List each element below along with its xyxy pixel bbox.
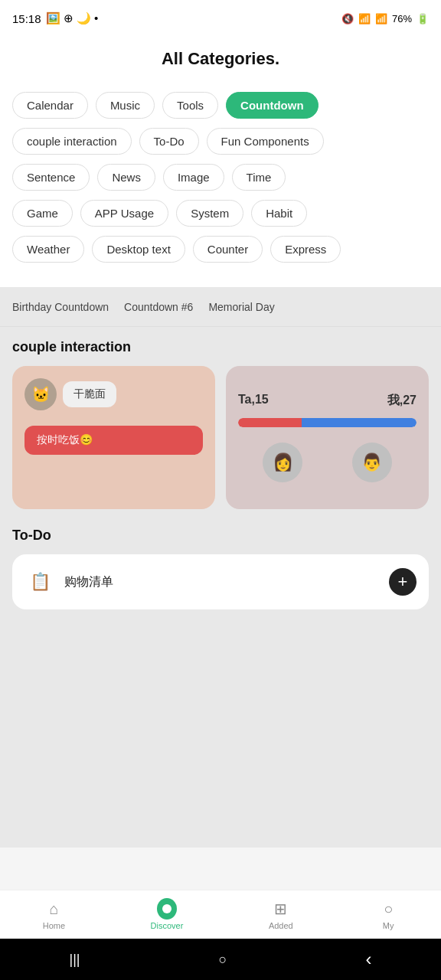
chips-row-4: Game APP Usage System Habit: [12, 200, 429, 227]
chip-news[interactable]: News: [97, 164, 155, 191]
avatar-cat: 🐱: [24, 378, 57, 410]
chip-tools[interactable]: Tools: [162, 92, 218, 119]
ta-message-card[interactable]: 🐱 干脆面 按时吃饭😊 TA message: [12, 366, 215, 509]
chip-app-usage[interactable]: APP Usage: [80, 200, 168, 227]
home-icon: ⌂: [44, 899, 64, 919]
nav-added-label: Added: [269, 921, 293, 930]
subtab-memorial-day[interactable]: Memorial Day: [208, 298, 274, 316]
chat-bubble-text1: 干脆面: [63, 381, 116, 407]
nav-home-label: Home: [43, 921, 65, 930]
todo-section: To-Do 📋 购物清单 +: [12, 528, 429, 609]
pk-score1: Ta,15: [238, 393, 269, 409]
chip-image[interactable]: Image: [163, 164, 224, 191]
pk-avatars: 👩 👨: [238, 443, 416, 482]
chip-time[interactable]: Time: [232, 164, 286, 191]
todo-section-title: To-Do: [12, 528, 429, 544]
chip-express[interactable]: Express: [270, 236, 341, 263]
chip-fun-components[interactable]: Fun Components: [207, 128, 324, 155]
content-area: couple interaction 🐱 干脆面 按时吃饭😊 TA messag…: [0, 327, 441, 848]
chip-sentence[interactable]: Sentence: [12, 164, 90, 191]
header: All Categories.: [0, 37, 441, 84]
chip-counter[interactable]: Counter: [193, 236, 263, 263]
chat-row-2: 按时吃饭😊: [24, 426, 203, 455]
categories-section: Calendar Music Tools Countdown couple in…: [0, 84, 441, 287]
bottom-nav: ⌂ Home Discover ⊞ Added ○ My: [0, 890, 441, 939]
nav-discover[interactable]: Discover: [151, 899, 184, 930]
todo-card[interactable]: 📋 购物清单 +: [12, 554, 429, 609]
my-icon: ○: [378, 899, 398, 919]
status-left: 15:18 🖼️ ⊕ 🌙 •: [12, 11, 98, 25]
chip-habit[interactable]: Habit: [251, 200, 307, 227]
chat-row-1: 🐱 干脆面: [24, 378, 203, 410]
discover-icon: [157, 899, 177, 919]
signal-icon: 📶: [375, 13, 387, 24]
sub-tabs: Birthday Countdown Countdown #6 Memorial…: [0, 287, 441, 327]
android-nav: ||| ○ ‹: [0, 939, 441, 980]
todo-card-left: 📋 购物清单: [24, 567, 113, 597]
couple-cards-row: 🐱 干脆面 按时吃饭😊 TA message Ta,15 我,27: [12, 366, 429, 509]
chip-game[interactable]: Game: [12, 200, 73, 227]
battery-text: 76%: [392, 13, 412, 24]
chip-countdown[interactable]: Countdown: [226, 92, 318, 119]
android-recents-btn[interactable]: |||: [70, 952, 80, 968]
chips-row-3: Sentence News Image Time: [12, 164, 429, 191]
pk-score2: 我,27: [387, 393, 416, 409]
love-pk-preview: Ta,15 我,27 👩 👨: [226, 366, 429, 509]
couple-section-title: couple interaction: [12, 339, 429, 355]
mute-icon: 🔇: [341, 13, 354, 24]
love-pk-card[interactable]: Ta,15 我,27 👩 👨 Love PK: [226, 366, 429, 509]
chip-system[interactable]: System: [176, 200, 243, 227]
pk-avatar-male: 👨: [352, 443, 392, 482]
time: 15:18: [12, 12, 41, 25]
notification-icons: 🖼️ ⊕ 🌙 •: [46, 11, 99, 25]
nav-my[interactable]: ○ My: [378, 899, 398, 930]
android-home-btn[interactable]: ○: [219, 952, 227, 968]
pk-bar: [238, 418, 416, 427]
battery-icon: 🔋: [416, 13, 429, 24]
todo-text: 购物清单: [64, 574, 113, 590]
chips-row-5: Weather Desktop text Counter Express: [12, 236, 429, 263]
todo-icon: 📋: [24, 567, 55, 597]
chips-row-1: Calendar Music Tools Countdown: [12, 92, 429, 119]
nav-discover-label: Discover: [151, 921, 184, 930]
chips-row-2: couple interaction To-Do Fun Components: [12, 128, 429, 155]
nav-home[interactable]: ⌂ Home: [43, 899, 65, 930]
added-icon: ⊞: [271, 899, 291, 919]
chip-couple-interaction[interactable]: couple interaction: [12, 128, 132, 155]
pk-avatar-female: 👩: [263, 443, 302, 482]
chip-calendar[interactable]: Calendar: [12, 92, 88, 119]
chip-desktop-text[interactable]: Desktop text: [92, 236, 185, 263]
pk-scores: Ta,15 我,27: [238, 393, 416, 409]
chip-todo[interactable]: To-Do: [139, 128, 199, 155]
nav-added[interactable]: ⊞ Added: [269, 899, 293, 930]
pk-bar-red: [238, 418, 302, 427]
wifi-icon: 📶: [358, 13, 371, 24]
subtab-birthday-countdown[interactable]: Birthday Countdown: [12, 298, 109, 316]
ta-message-preview: 🐱 干脆面 按时吃饭😊: [12, 366, 215, 509]
android-back-btn[interactable]: ‹: [365, 949, 371, 970]
chip-music[interactable]: Music: [96, 92, 155, 119]
pk-bar-blue: [302, 418, 416, 427]
todo-add-button[interactable]: +: [389, 568, 416, 596]
status-right: 🔇 📶 📶 76% 🔋: [341, 13, 429, 24]
chip-weather[interactable]: Weather: [12, 236, 84, 263]
page-title: All Categories.: [162, 49, 279, 68]
subtab-countdown6[interactable]: Countdown #6: [124, 298, 193, 316]
chat-bubble-text2: 按时吃饭😊: [24, 426, 203, 455]
nav-my-label: My: [383, 921, 394, 930]
status-bar: 15:18 🖼️ ⊕ 🌙 • 🔇 📶 📶 76% 🔋: [0, 0, 441, 37]
